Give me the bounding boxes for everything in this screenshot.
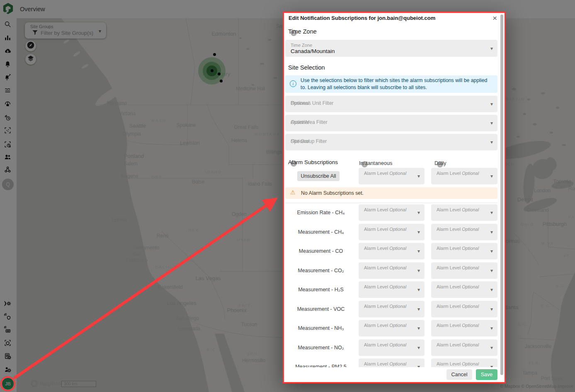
- site-group-filter-select[interactable]: Site Group Filter Optional: [285, 134, 497, 150]
- alarm-row-label: Measurement - CO: [286, 243, 355, 259]
- select-label: Alarm Level Optional: [437, 265, 479, 270]
- edit-notification-subscriptions-modal: Edit Notification Subscriptions for jon.…: [283, 12, 506, 383]
- chevron-down-icon: [490, 46, 493, 51]
- chevron-down-icon: [490, 229, 493, 235]
- app-root: EdmontonSaskatoonCalgaryMedicine HatNana…: [0, 0, 575, 392]
- select-label: Alarm Level Optional: [437, 323, 479, 328]
- business-unit-filter-select[interactable]: Business Unit Filter Optional: [285, 96, 497, 112]
- instantaneous-alarm-level-select[interactable]: Alarm Level Optional: [359, 168, 425, 184]
- select-label: Alarm Level Optional: [437, 246, 479, 251]
- select-label: Alarm Level Optional: [364, 171, 406, 176]
- chevron-down-icon: [417, 306, 420, 312]
- close-icon[interactable]: [493, 14, 497, 23]
- alarm-row: Measurement - NH₃Alarm Level OptionalAla…: [284, 320, 499, 336]
- alarm-row: Measurement - CH₄Alarm Level OptionalAla…: [284, 224, 499, 240]
- timezone-value: Canada/Mountain: [291, 48, 335, 54]
- chevron-down-icon: [490, 101, 493, 107]
- unsubscribe-all-button[interactable]: Unsubscribe All: [297, 171, 340, 181]
- chevron-down-icon: [417, 287, 420, 293]
- select-label: Business Unit Filter Optional: [291, 100, 309, 106]
- select-label: Alarm Level Optional: [364, 246, 406, 251]
- info-banner: Use the selections below to filter which…: [285, 75, 497, 93]
- alarm-level-select-daily[interactable]: Alarm Level Optional: [431, 320, 497, 336]
- timezone-select[interactable]: Time Zone Canada/Mountain: [285, 40, 497, 57]
- alarm-row-label: Measurement - CH₄: [286, 224, 355, 240]
- alarm-row-label: Measurement - VOC: [286, 301, 355, 317]
- select-label: Alarm Level Optional: [364, 342, 406, 347]
- chevron-down-icon: [417, 210, 420, 215]
- select-label: Alarm Level Optional: [364, 304, 406, 309]
- alarm-row: Measurement - H₂SAlarm Level OptionalAla…: [284, 281, 499, 298]
- select-label: Alarm Level Optional: [364, 284, 406, 289]
- select-label: Alarm Level Optional: [437, 361, 479, 366]
- select-label: Alarm Level Optional: [437, 284, 479, 289]
- select-label: Alarm Level Optional: [364, 227, 406, 232]
- alarm-row-label: Measurement - CO₂: [286, 262, 355, 279]
- chevron-down-icon: [417, 229, 420, 235]
- asset-area-filter-select[interactable]: Asset/Area Filter Optional: [285, 115, 497, 131]
- select-label: Alarm Level Optional: [364, 361, 406, 366]
- select-label: Alarm Level Optional: [437, 304, 479, 309]
- instantaneous-column-heading: Instantaneous: [359, 160, 368, 167]
- select-label: Alarm Level Optional: [437, 227, 479, 232]
- alarm-level-select-instantaneous[interactable]: Alarm Level Optional: [359, 262, 425, 279]
- alarm-row: Measurement - CO₂Alarm Level OptionalAla…: [284, 262, 499, 279]
- warning-banner: No Alarm Subscriptions set.: [285, 187, 497, 199]
- timezone-heading: Time Zone: [288, 28, 297, 36]
- alarm-row: Measurement - VOCAlarm Level OptionalAla…: [284, 301, 499, 317]
- alarm-row-label: Emission Rate - CH₄: [286, 204, 355, 221]
- select-label: Alarm Level Optional: [364, 207, 406, 212]
- alarm-row-label: Measurement - NH₃: [286, 320, 355, 336]
- divider: [285, 203, 497, 203]
- alarm-subscriptions-heading: Alarm Subscriptions: [288, 159, 297, 167]
- alarm-level-select-instantaneous[interactable]: Alarm Level Optional: [359, 320, 425, 336]
- select-label: Alarm Level Optional: [364, 265, 406, 270]
- save-button[interactable]: Save: [476, 369, 497, 380]
- alarm-level-select-instantaneous[interactable]: Alarm Level Optional: [359, 339, 425, 356]
- alarm-row-label: Measurement - NO₂: [286, 339, 355, 356]
- chevron-down-icon: [490, 139, 493, 145]
- select-label: Alarm Level Optional: [364, 323, 406, 328]
- info-icon: [290, 80, 296, 87]
- chevron-down-icon: [417, 268, 420, 273]
- modal-title: Edit Notification Subscriptions for jon.…: [289, 15, 486, 21]
- modal-footer: Cancel Save: [284, 367, 497, 382]
- alarm-level-select-daily[interactable]: Alarm Level Optional: [431, 243, 497, 259]
- site-selection-heading: Site Selection: [288, 64, 325, 71]
- chevron-down-icon: [490, 173, 493, 179]
- select-label: Alarm Level Optional: [437, 342, 479, 347]
- chevron-down-icon: [490, 210, 493, 215]
- chevron-down-icon: [490, 325, 493, 331]
- chevron-down-icon: [490, 345, 493, 351]
- warning-text: No Alarm Subscriptions set.: [301, 187, 364, 199]
- alarm-row: Measurement - NO₂Alarm Level OptionalAla…: [284, 339, 499, 356]
- alarm-level-select-daily[interactable]: Alarm Level Optional: [431, 224, 497, 240]
- alarm-row: Emission Rate - CH₄Alarm Level OptionalA…: [284, 204, 499, 221]
- info-text: Use the selections below to filter which…: [301, 77, 494, 92]
- select-label: Time Zone: [291, 43, 312, 48]
- alarm-row: Measurement - COAlarm Level OptionalAlar…: [284, 243, 499, 259]
- cancel-button[interactable]: Cancel: [446, 369, 472, 380]
- alarm-level-select-daily[interactable]: Alarm Level Optional: [431, 281, 497, 298]
- alarm-level-select-daily[interactable]: Alarm Level Optional: [431, 301, 497, 317]
- chevron-down-icon: [490, 287, 493, 293]
- alarm-level-select-instantaneous[interactable]: Alarm Level Optional: [359, 224, 425, 240]
- chevron-down-icon: [490, 248, 493, 254]
- select-label: Asset/Area Filter Optional: [291, 119, 309, 125]
- chevron-down-icon: [490, 268, 493, 273]
- chevron-down-icon: [417, 345, 420, 351]
- alarm-level-select-daily[interactable]: Alarm Level Optional: [431, 262, 497, 279]
- alarm-level-select-instantaneous[interactable]: Alarm Level Optional: [359, 243, 425, 259]
- modal-scrollbar[interactable]: [500, 15, 503, 375]
- alarm-row-label: Measurement - H₂S: [286, 281, 355, 298]
- chevron-down-icon: [490, 120, 493, 126]
- chevron-down-icon: [490, 306, 493, 312]
- alarm-level-select-daily[interactable]: Alarm Level Optional: [431, 339, 497, 356]
- alarm-level-select-instantaneous[interactable]: Alarm Level Optional: [359, 281, 425, 298]
- chevron-down-icon: [417, 173, 420, 179]
- alarm-level-select-daily[interactable]: Alarm Level Optional: [431, 204, 497, 221]
- chevron-down-icon: [417, 325, 420, 331]
- alarm-level-select-instantaneous[interactable]: Alarm Level Optional: [359, 204, 425, 221]
- alarm-level-select-instantaneous[interactable]: Alarm Level Optional: [359, 301, 425, 317]
- daily-alarm-level-select[interactable]: Alarm Level Optional: [431, 168, 497, 184]
